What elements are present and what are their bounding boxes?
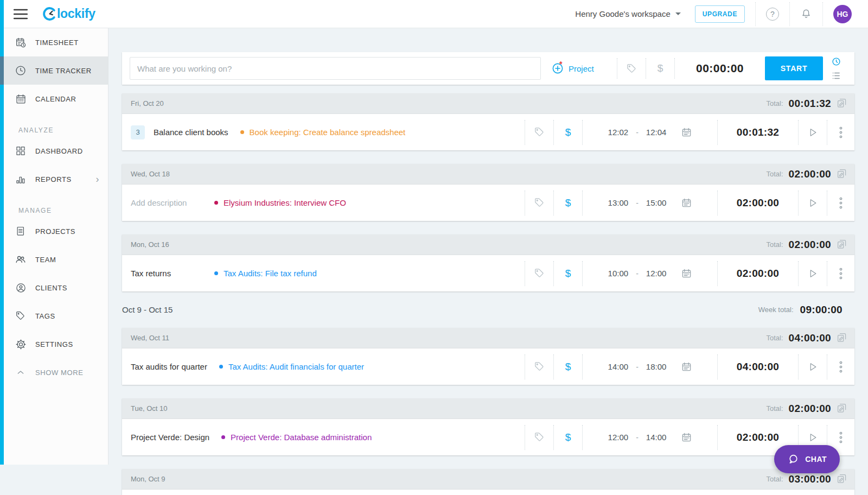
bulk-edit-icon[interactable] [837, 168, 848, 180]
time-entry-row: 3 Balance client books Book keeping: Cre… [122, 114, 854, 150]
hamburger-menu-icon[interactable] [14, 9, 28, 20]
sidebar-item-dashboard[interactable]: DASHBOARD [4, 137, 108, 165]
sidebar-item-timesheet[interactable]: TIMESHEET [4, 28, 108, 56]
entry-play-button[interactable] [799, 268, 827, 279]
manual-mode-icon[interactable] [832, 71, 841, 80]
sidebar-item-time-tracker[interactable]: TIME TRACKER [4, 56, 108, 85]
upgrade-button[interactable]: UPGRADE [695, 5, 745, 23]
calendar-icon[interactable] [681, 127, 692, 137]
project-name: Book keeping: Create balance spreadsheet [250, 128, 406, 137]
entry-menu-button[interactable] [827, 431, 854, 444]
entry-billable-button[interactable]: $ [554, 361, 582, 373]
entry-billable-button[interactable]: $ [554, 197, 582, 209]
clockify-logo[interactable]: lockify [42, 7, 95, 21]
entry-start-time[interactable]: 12:02 [608, 128, 629, 137]
entry-duration[interactable]: 04:00:00 [718, 361, 798, 373]
entry-description[interactable]: Add description [131, 198, 202, 207]
time-entry-row [122, 490, 854, 495]
entry-duration[interactable]: 02:00:00 [718, 197, 798, 209]
entry-play-button[interactable] [799, 127, 827, 138]
week-separator: Oct 9 - Oct 15 Week total: 09:00:00 [122, 291, 854, 328]
sidebar-item-team[interactable]: TEAM [4, 245, 108, 274]
bulk-edit-icon[interactable] [837, 403, 848, 414]
entry-start-time[interactable]: 14:00 [608, 362, 629, 371]
entry-description[interactable]: Balance client books [154, 128, 228, 137]
entry-start-time[interactable]: 12:00 [608, 433, 629, 442]
add-project-button[interactable]: * Project [552, 62, 617, 74]
entry-end-time[interactable]: 12:00 [646, 269, 667, 278]
entry-play-button[interactable] [799, 198, 827, 208]
entry-tags-button[interactable] [525, 197, 553, 208]
bulk-edit-icon[interactable] [837, 332, 848, 344]
entry-tags-button[interactable] [525, 268, 553, 279]
sidebar-item-reports[interactable]: REPORTS › [4, 165, 108, 193]
entry-project[interactable]: Tax Audits: File tax refund [214, 269, 317, 278]
bulk-edit-icon[interactable] [837, 473, 848, 485]
entry-billable-button[interactable]: $ [554, 126, 582, 138]
entry-end-time[interactable]: 18:00 [646, 362, 667, 371]
sidebar-item-tags[interactable]: TAGS [4, 302, 108, 330]
sidebar-item-calendar[interactable]: CALENDAR [4, 85, 108, 113]
total-label: Total: [766, 240, 783, 249]
bulk-edit-icon[interactable] [837, 239, 848, 250]
start-button[interactable]: START [765, 56, 823, 80]
entry-project[interactable]: Tax Audits: Audit financials for quarter [219, 362, 364, 371]
notifications-bell-icon[interactable] [800, 8, 812, 20]
entry-play-button[interactable] [799, 432, 827, 443]
entry-project[interactable]: Elysium Industries: Interview CFO [214, 198, 346, 207]
tags-button[interactable] [617, 63, 646, 74]
entry-project[interactable]: Project Verde: Database administration [221, 433, 372, 442]
entry-end-time[interactable]: 15:00 [646, 198, 667, 207]
help-icon[interactable]: ? [766, 8, 779, 21]
entry-start-time[interactable]: 13:00 [608, 198, 629, 207]
day-group: Mon, Oct 16 Total: 02:00:00 Tax returns … [122, 234, 854, 291]
sidebar-item-label: TEAM [35, 256, 56, 264]
calendar-icon[interactable] [681, 268, 692, 278]
entry-description[interactable]: Project Verde: Design [131, 433, 209, 442]
chat-bubble-icon [787, 453, 799, 465]
entry-group-count-badge[interactable]: 3 [131, 125, 145, 139]
time-range-separator: - [636, 128, 639, 137]
entry-tags-button[interactable] [525, 126, 553, 138]
entry-duration[interactable]: 02:00:00 [718, 268, 798, 280]
entry-project[interactable]: Book keeping: Create balance spreadsheet [240, 128, 406, 137]
sidebar-item-settings[interactable]: SETTINGS [4, 330, 108, 358]
entry-menu-button[interactable] [827, 126, 854, 139]
project-name: Project Verde: Database administration [231, 433, 372, 442]
billable-button[interactable]: $ [646, 62, 674, 74]
entry-description[interactable]: Tax audits for quarter [131, 362, 207, 371]
day-group-header: Fri, Oct 20 Total: 00:01:32 [122, 93, 854, 114]
entry-end-time[interactable]: 14:00 [646, 433, 667, 442]
calendar-icon[interactable] [681, 432, 692, 442]
clockify-logo-c-icon [42, 7, 56, 21]
entry-billable-button[interactable]: $ [554, 268, 582, 280]
entry-menu-button[interactable] [827, 196, 854, 210]
sidebar-item-label: DASHBOARD [35, 147, 83, 155]
sidebar-item-label: CLIENTS [35, 284, 67, 292]
calendar-icon[interactable] [681, 198, 692, 208]
calendar-icon[interactable] [681, 361, 692, 372]
entry-description[interactable]: Tax returns [131, 269, 202, 278]
timer-mode-icon[interactable] [832, 57, 841, 66]
client-icon [15, 282, 27, 294]
entry-duration[interactable]: 02:00:00 [718, 431, 798, 443]
entry-end-time[interactable]: 12:04 [646, 128, 667, 137]
sidebar-item-projects[interactable]: PROJECTS [4, 217, 108, 245]
sidebar-item-label: REPORTS [35, 175, 72, 183]
entry-play-button[interactable] [799, 361, 827, 372]
entry-menu-button[interactable] [827, 360, 854, 373]
entry-menu-button[interactable] [827, 267, 854, 280]
avatar[interactable]: HG [833, 5, 852, 23]
entry-duration[interactable]: 00:01:32 [718, 126, 798, 138]
bulk-edit-icon[interactable] [837, 98, 848, 109]
total-label: Total: [766, 404, 783, 412]
chat-button[interactable]: CHAT [774, 445, 840, 473]
entry-start-time[interactable]: 10:00 [608, 269, 629, 278]
entry-billable-button[interactable]: $ [554, 431, 582, 443]
sidebar-item-clients[interactable]: CLIENTS [4, 274, 108, 302]
entry-tags-button[interactable] [525, 361, 553, 372]
workspace-selector[interactable]: Henry Goode's workspace [575, 9, 680, 18]
sidebar-show-more[interactable]: SHOW MORE [4, 358, 108, 386]
description-input[interactable] [130, 57, 541, 80]
entry-tags-button[interactable] [525, 431, 553, 443]
